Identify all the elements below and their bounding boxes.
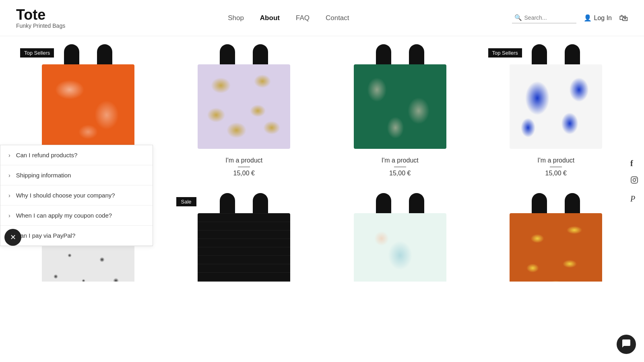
svg-point-1 [633,179,636,181]
tote-body-4 [510,64,602,149]
tote-body-1 [42,64,134,149]
tote-body-6 [198,213,290,282]
product-image-wrap-7 [328,193,472,282]
main-nav: Shop About FAQ Contact [228,14,349,22]
product-card-7 [328,193,472,282]
product-tote-4[interactable] [510,44,602,149]
svg-rect-0 [631,177,638,183]
social-sidebar: f P [630,159,638,204]
logo-title: Tote [16,7,65,23]
logo-subtitle: Funky Printed Bags [16,23,65,29]
faq-item-1[interactable]: › Shipping information [0,165,153,185]
product-divider-2 [238,167,250,167]
tote-body-8 [510,213,602,282]
instagram-icon[interactable] [630,176,638,186]
faq-item-3[interactable]: › When I can apply my coupon code? [0,206,153,226]
svg-point-2 [636,178,637,179]
faq-item-0[interactable]: › Can I refund products? [0,145,153,165]
main-content: Top Sellers I'm a product 15,00 € I' [0,36,644,298]
search-input[interactable] [524,14,577,21]
header-right: 🔍 👤 Log In 🛍 [512,12,628,23]
product-name-3: I'm a product [382,157,419,164]
product-divider-3 [394,167,406,167]
faq-label-4: Can I pay via PayPal? [16,232,76,239]
faq-item-4[interactable]: › Can I pay via PayPal? [0,226,153,246]
product-image-wrap-2 [172,44,316,153]
product-card-8 [484,193,628,282]
product-image-wrap-3 [328,44,472,153]
nav-contact[interactable]: Contact [326,14,349,22]
tote-body-7 [354,213,446,282]
tote-body-2 [198,64,290,149]
faq-label-0: Can I refund products? [16,152,78,158]
product-card-3: I'm a product 15,00 € [328,44,472,177]
product-card-2: I'm a product 15,00 € [172,44,316,177]
tote-body-3 [354,64,446,149]
nav-faq[interactable]: FAQ [296,14,310,22]
faq-dropdown: › Can I refund products? › Shipping info… [0,145,153,246]
cart-icon[interactable]: 🛍 [619,13,628,23]
login-label: Log In [594,14,612,22]
chevron-icon-1: › [8,172,10,179]
faq-label-1: Shipping information [16,172,71,179]
product-divider-4 [550,167,562,167]
faq-label-2: Why I should choose your company? [16,192,115,199]
product-image-wrap-8 [484,193,628,282]
product-tote-2[interactable] [198,44,290,149]
product-tote-8[interactable] [510,193,602,282]
product-card-4: Top Sellers I'm a product 15,00 € [484,44,628,177]
product-tote-1[interactable] [42,44,134,149]
product-image-wrap-6: Sale [172,193,316,282]
product-name-4: I'm a product [537,157,574,164]
header: Tote Funky Printed Bags Shop About FAQ C… [0,0,644,36]
nav-shop[interactable]: Shop [228,14,244,22]
product-card-6: Sale [172,193,316,282]
product-image-wrap-1: Top Sellers [16,44,160,153]
login-area[interactable]: 👤 Log In [584,14,612,22]
product-tote-3[interactable] [354,44,446,149]
search-bar: 🔍 [512,12,576,23]
faq-label-3: When I can apply my coupon code? [16,212,112,219]
product-price-4: 15,00 € [545,170,567,177]
logo-area: Tote Funky Printed Bags [16,7,65,29]
product-tote-7[interactable] [354,193,446,282]
product-image-wrap-4: Top Sellers [484,44,628,153]
pinterest-icon[interactable]: P [630,194,638,204]
chevron-icon-2: › [8,192,10,199]
search-icon: 🔍 [514,14,522,21]
product-price-3: 15,00 € [389,170,411,177]
product-name-2: I'm a product [225,157,262,164]
nav-about[interactable]: About [260,14,280,22]
facebook-icon[interactable]: f [630,159,638,168]
product-price-2: 15,00 € [233,170,255,177]
chevron-icon-0: › [8,152,10,158]
faq-item-2[interactable]: › Why I should choose your company? [0,185,153,206]
product-tote-6[interactable] [198,193,290,282]
chevron-icon-3: › [8,212,10,219]
close-faq-button[interactable]: ✕ [4,229,21,246]
sale-badge-6: Sale [176,197,196,206]
user-icon: 👤 [584,14,592,22]
